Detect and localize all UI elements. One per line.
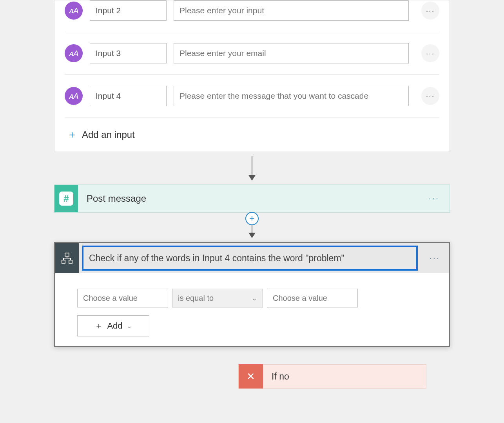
- condition-body: is equal to ⌄ ＋ Add ⌄: [55, 273, 449, 346]
- flow-arrow-icon: [248, 156, 256, 181]
- input-description-field[interactable]: [174, 43, 409, 63]
- text-icon: ᴀA: [65, 87, 83, 105]
- input-more-button[interactable]: ···: [421, 44, 439, 62]
- add-input-label: Add an input: [82, 129, 135, 140]
- condition-header: ···: [55, 243, 449, 273]
- if-no-label: If no: [263, 371, 289, 382]
- condition-title-input[interactable]: [82, 246, 418, 271]
- input-name-field[interactable]: [90, 43, 167, 63]
- input-name-field[interactable]: [90, 0, 167, 21]
- chevron-down-icon: ⌄: [252, 294, 257, 302]
- input-more-button[interactable]: ···: [421, 87, 439, 105]
- slack-hash-icon: #: [54, 185, 78, 212]
- close-icon: ✕: [239, 364, 263, 389]
- post-message-step[interactable]: # Post message ···: [54, 184, 450, 213]
- condition-left-value[interactable]: [77, 289, 168, 307]
- if-no-branch[interactable]: ✕ If no: [238, 364, 426, 389]
- input-more-button[interactable]: ···: [421, 2, 439, 20]
- add-label: Add: [107, 321, 122, 331]
- trigger-inputs-card: ᴀA ··· ᴀA ··· ᴀA ··· ＋ Add an input: [54, 0, 450, 152]
- plus-icon: ＋: [67, 128, 77, 141]
- condition-operator-select[interactable]: is equal to ⌄: [172, 289, 263, 307]
- condition-right-value[interactable]: [267, 289, 358, 307]
- text-icon: ᴀA: [65, 44, 83, 62]
- add-input-button[interactable]: ＋ Add an input: [67, 118, 439, 141]
- plus-icon: ＋: [94, 320, 103, 332]
- condition-icon: [55, 243, 79, 273]
- add-condition-button[interactable]: ＋ Add ⌄: [77, 315, 149, 336]
- text-icon: ᴀA: [65, 2, 83, 20]
- condition-more-button[interactable]: ···: [421, 243, 449, 273]
- insert-step-button[interactable]: +: [245, 212, 259, 225]
- svg-rect-5: [62, 260, 65, 263]
- step-more-button[interactable]: ···: [419, 193, 450, 204]
- step-title: Post message: [78, 193, 419, 204]
- svg-rect-6: [69, 260, 72, 263]
- svg-rect-0: [65, 253, 69, 256]
- flow-arrow-icon: [248, 224, 256, 238]
- input-description-field[interactable]: [174, 0, 409, 21]
- input-name-field[interactable]: [90, 86, 167, 106]
- operator-label: is equal to: [178, 294, 214, 303]
- input-row: ᴀA ···: [65, 32, 439, 75]
- input-row: ᴀA ···: [65, 0, 439, 32]
- input-description-field[interactable]: [174, 86, 409, 106]
- chevron-down-icon: ⌄: [127, 322, 132, 330]
- condition-card: ··· is equal to ⌄ ＋ Add ⌄: [54, 242, 450, 347]
- input-row: ᴀA ···: [65, 75, 439, 118]
